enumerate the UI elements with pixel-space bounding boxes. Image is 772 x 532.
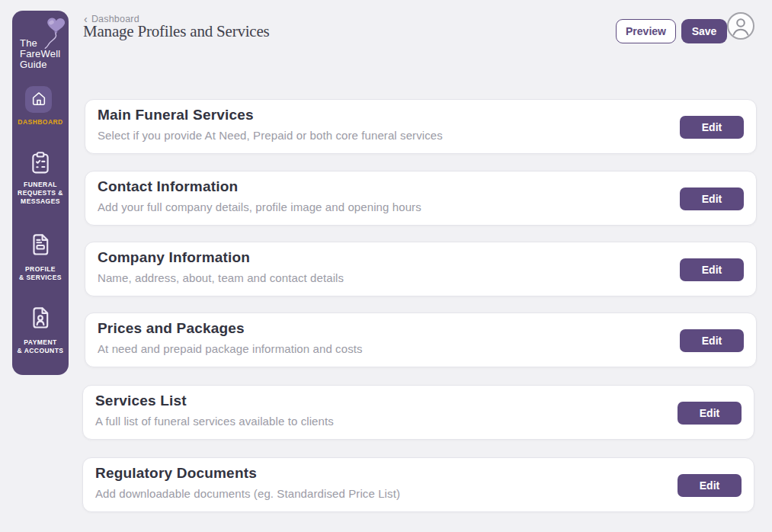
card-regulatory-documents: Regulatory Documents Add downloadable do… xyxy=(82,457,754,512)
clipboard-checklist-icon[interactable] xyxy=(27,149,53,180)
edit-regulatory-documents-button[interactable]: Edit xyxy=(678,474,742,497)
user-avatar-icon[interactable] xyxy=(726,11,755,40)
card-subtitle: A full list of funeral services availabl… xyxy=(95,415,334,428)
card-title: Main Funeral Services xyxy=(98,107,254,123)
sidebar-item-dashboard[interactable] xyxy=(25,86,52,113)
card-title: Company Information xyxy=(98,249,250,266)
card-title: Prices and Packages xyxy=(98,320,245,337)
card-contact-information: Contact Information Add your full compan… xyxy=(85,171,757,226)
sidebar-item-dashboard-label[interactable]: DASHBOARD xyxy=(12,118,69,127)
card-subtitle: At need and prepaid package information … xyxy=(98,342,363,355)
edit-services-list-button[interactable]: Edit xyxy=(678,402,742,425)
card-subtitle: Add your full company details, profile i… xyxy=(98,200,421,213)
document-lines-icon[interactable] xyxy=(27,231,53,261)
sidebar: The FareWell Guide DASHBOARD FUNERAL REQ… xyxy=(12,11,69,375)
card-subtitle: Add downloadable documents (eg. Standard… xyxy=(95,487,400,500)
card-title: Contact Information xyxy=(98,178,238,195)
farewell-guide-logo: The FareWell Guide xyxy=(20,38,60,70)
sidebar-item-profile-services[interactable]: PROFILE & SERVICES xyxy=(12,265,69,282)
card-company-information: Company Information Name, address, about… xyxy=(85,242,757,296)
card-title: Regulatory Documents xyxy=(95,465,257,482)
edit-prices-and-packages-button[interactable]: Edit xyxy=(680,329,744,352)
preview-button[interactable]: Preview xyxy=(616,19,676,43)
card-main-funeral-services: Main Funeral Services Select if you prov… xyxy=(85,99,757,154)
edit-main-funeral-services-button[interactable]: Edit xyxy=(680,116,744,139)
card-prices-and-packages: Prices and Packages At need and prepaid … xyxy=(85,312,757,367)
card-title: Services List xyxy=(95,393,187,409)
card-subtitle: Select if you provide At Need, Prepaid o… xyxy=(98,129,443,142)
page-title: Manage Profiles and Services xyxy=(83,22,270,41)
home-icon xyxy=(30,90,47,109)
edit-contact-information-button[interactable]: Edit xyxy=(680,187,744,210)
card-subtitle: Name, address, about, team and contact d… xyxy=(98,271,344,284)
save-button[interactable]: Save xyxy=(681,19,727,43)
person-document-icon[interactable] xyxy=(27,304,53,335)
card-services-list: Services List A full list of funeral ser… xyxy=(82,385,754,440)
sidebar-item-payment-accounts[interactable]: PAYMENT & ACCOUNTS xyxy=(12,338,69,355)
sidebar-item-funeral-requests[interactable]: FUNERAL REQUESTS & MESSAGES xyxy=(12,181,69,206)
edit-company-information-button[interactable]: Edit xyxy=(680,258,744,281)
